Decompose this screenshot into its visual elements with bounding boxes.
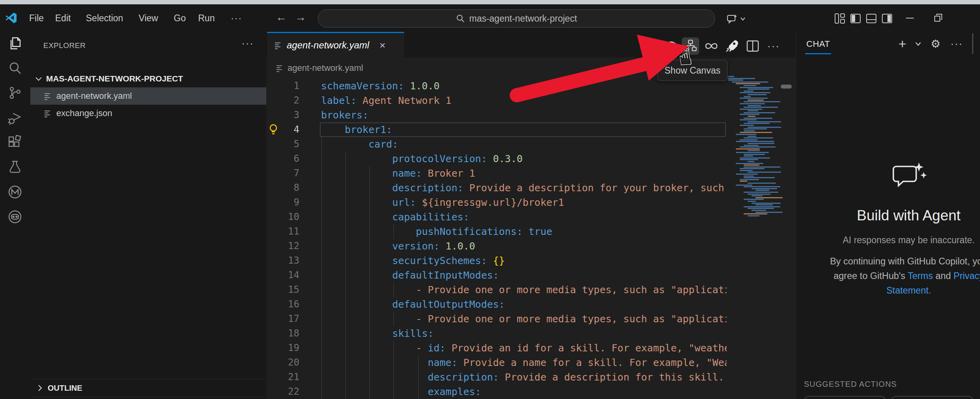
menu-selection[interactable]: Selection [84, 4, 126, 32]
code-line: url: ${ingressgw.url}/broker1 [321, 195, 727, 210]
menu-go[interactable]: Go [171, 4, 188, 32]
testing-icon[interactable] [7, 160, 22, 175]
minimap-line [744, 199, 764, 200]
minimap-line [748, 172, 781, 173]
forward-arrow-icon[interactable]: → [295, 4, 306, 32]
file-row-agent-network-yaml[interactable]: agent-network.yaml [30, 87, 266, 105]
outline-section-header[interactable]: OUTLINE [30, 379, 266, 397]
minimap-line [740, 119, 757, 120]
rocket-icon[interactable] [723, 37, 741, 55]
command-center-search[interactable]: mas-agent-network-project [318, 9, 715, 28]
indent-guide [393, 312, 394, 326]
minimap-line [740, 92, 770, 93]
line-number: 20 [266, 355, 299, 370]
back-arrow-icon[interactable]: ← [276, 4, 287, 32]
minimap-line [748, 89, 769, 90]
suggested-action-button[interactable] [891, 396, 973, 399]
minimap-content [728, 76, 782, 216]
menu-edit[interactable]: Edit [53, 4, 73, 32]
tab-close-icon[interactable]: × [379, 39, 385, 52]
code-line: label: Agent Network 1 [321, 93, 727, 108]
minimap-line [748, 105, 761, 106]
toggle-sidebar-left-icon[interactable] [850, 13, 861, 24]
line-number: 19 [266, 341, 299, 355]
line-number: 7 [266, 166, 299, 181]
minimap-line [740, 170, 753, 171]
minimap-line [744, 130, 755, 131]
folder-row-project[interactable]: MAS-AGENT-NETWORK-PROJECT [30, 70, 266, 87]
line-number: 12 [266, 239, 299, 253]
json-file-icon [44, 109, 52, 117]
toggle-sidebar-right-icon[interactable] [882, 13, 893, 24]
minimize-icon[interactable] [906, 18, 917, 29]
new-chat-icon[interactable]: + [895, 37, 909, 51]
chat-scrollbar-thumb[interactable] [972, 33, 973, 54]
editor-scrollbar-thumb[interactable] [781, 85, 792, 89]
chevron-down-icon[interactable] [911, 37, 925, 51]
privacy-link[interactable]: Privacy [954, 271, 980, 281]
minimap-line [744, 91, 754, 92]
line-number: 8 [266, 181, 299, 195]
line-number: 18 [266, 326, 299, 341]
menu-view[interactable]: View [136, 4, 160, 32]
restore-window-icon[interactable] [934, 13, 945, 24]
line-number: 22 [266, 384, 299, 399]
copilot-badge[interactable] [727, 14, 746, 24]
customize-layout-icon[interactable] [834, 13, 845, 24]
explorer-icon[interactable] [7, 36, 22, 51]
minimap[interactable] [728, 76, 782, 399]
terms-line-2-mid: and [933, 271, 953, 281]
lightbulb-icon[interactable] [267, 124, 279, 136]
line-number: 21 [266, 370, 299, 384]
copilot-bubble-icon [727, 14, 738, 24]
minimap-line [736, 185, 752, 186]
menu-run[interactable]: Run [196, 4, 217, 32]
infinity-icon[interactable] [703, 37, 720, 55]
vscode-logo-icon [5, 11, 17, 24]
menu-more[interactable]: ··· [228, 4, 245, 32]
extensions-icon[interactable] [7, 135, 22, 150]
chat-tab-label[interactable]: CHAT [806, 39, 830, 49]
robot-extension-icon[interactable] [7, 209, 22, 224]
minimap-line [728, 78, 755, 79]
indent-guide [345, 151, 346, 399]
minimap-line [744, 164, 759, 166]
code-editor[interactable]: 12345678910111213141516171819202122 sche… [266, 79, 727, 399]
editor-more-actions-icon[interactable]: ··· [765, 37, 782, 55]
code-line: securitySchemes: {} [321, 253, 727, 268]
chat-heading: Build with Agent [796, 207, 980, 224]
code-line: description: Provide a description for y… [321, 181, 727, 195]
line-number: 6 [266, 151, 299, 166]
minimap-line [748, 127, 781, 128]
minimap-line [736, 134, 756, 135]
split-editor-icon[interactable] [744, 37, 761, 55]
minimap-line [748, 136, 756, 137]
minimap-line [740, 179, 759, 180]
search-value: mas-agent-network-project [469, 13, 577, 24]
minimap-line [728, 79, 743, 81]
tab-bar: agent-network.yaml × ··· [266, 32, 796, 57]
code-line: examples: [321, 384, 727, 399]
source-control-icon[interactable] [7, 85, 22, 100]
minimap-line [736, 174, 758, 175]
terms-link[interactable]: Terms [908, 271, 933, 281]
privacy-statement-link[interactable]: Statement. [886, 285, 931, 296]
m-extension-icon[interactable] [7, 185, 22, 200]
settings-gear-icon[interactable]: ⚙ [928, 37, 943, 51]
chat-more-actions-icon[interactable]: ··· [950, 37, 964, 51]
tab-agent-network-yaml[interactable]: agent-network.yaml × [267, 32, 404, 57]
minimap-line [748, 208, 774, 209]
minimap-line [740, 114, 759, 115]
file-name: agent-network.yaml [56, 91, 132, 101]
minimap-line [744, 118, 772, 119]
toggle-panel-icon[interactable] [866, 13, 877, 24]
suggested-action-button[interactable] [804, 396, 886, 399]
menu-file[interactable]: File [27, 4, 46, 32]
minimap-line [744, 177, 775, 178]
code-line: pushNotifications: true [321, 224, 727, 239]
tab-label: agent-network.yaml [287, 40, 369, 51]
search-icon[interactable] [7, 61, 22, 76]
run-debug-icon[interactable] [7, 110, 22, 125]
explorer-more-actions[interactable]: ··· [241, 37, 254, 50]
file-row-exchange-json[interactable]: exchange.json [30, 105, 266, 122]
